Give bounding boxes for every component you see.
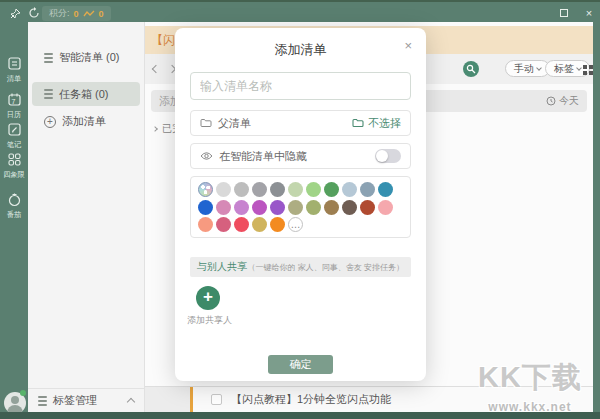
color-swatch[interactable] [306,182,321,197]
share-hint: （一键给你的 家人、同事、舍友 安排任务） [248,262,404,273]
color-swatch[interactable] [288,200,303,215]
color-swatch[interactable] [324,182,339,197]
color-swatch[interactable] [378,200,393,215]
inbox-icon [44,89,53,99]
calendar-icon: 7 [7,92,22,107]
tomato-icon [7,192,22,207]
add-list-modal: 添加清单 × 父清单 不选择 在智能清单中隐藏 … 与别人共享 （一键给你的 家… [175,28,426,381]
color-swatch[interactable] [306,200,321,215]
add-member-button[interactable]: + [196,286,220,310]
color-swatch[interactable] [252,200,267,215]
color-swatch[interactable] [270,200,285,215]
maximize-button[interactable] [556,5,572,21]
svg-text:7: 7 [11,98,15,105]
chevron-down-icon [576,65,582,71]
points-label: 积分: [49,7,70,20]
circle-plus-icon: + [44,116,56,128]
rail-item-label: 日历 [7,110,21,120]
watermark-logo: KK下载 [478,358,582,398]
quadrant-icon [7,152,22,167]
watermark-url: www.kkx.net [478,400,582,414]
folder-open-icon [352,118,364,128]
rail-item-pomodoro[interactable]: 番茄 [0,192,28,220]
toggle-knob [376,150,388,162]
sort-mode-button[interactable]: 手动 [505,60,550,77]
color-swatch[interactable] [342,182,357,197]
smart-list-icon [44,53,53,63]
avatar-head [11,396,19,404]
list-icon [7,56,22,71]
color-swatch[interactable] [288,182,303,197]
site-watermark: KK下载 www.kkx.net [478,358,582,414]
rail-item-notes[interactable]: 笔记 [0,122,28,150]
rail-item-label: 番茄 [7,210,21,220]
hide-in-smart-list-row[interactable]: 在智能清单中隐藏 [190,143,411,169]
color-swatch[interactable] [216,200,231,215]
chevron-down-icon [536,65,542,71]
collapse-chevron-icon[interactable] [127,398,135,406]
color-swatch[interactable] [360,200,375,215]
today-label: 今天 [559,94,579,108]
close-window-button[interactable]: × [581,5,597,21]
panel-item-add-list[interactable]: + 添加清单 [44,114,106,129]
search-button[interactable] [463,61,479,77]
color-swatch[interactable] [216,217,231,232]
color-swatch[interactable] [270,182,285,197]
color-swatch[interactable] [378,182,393,197]
avatar-status-badge [20,390,26,396]
hide-toggle[interactable] [375,149,401,163]
rail-item-calendar[interactable]: 7 日历 [0,92,28,120]
modal-close-icon[interactable]: × [404,38,412,53]
parent-list-row[interactable]: 父清单 不选择 [190,110,411,136]
color-swatch[interactable] [360,182,375,197]
task-checkbox[interactable] [211,394,222,405]
panel-item-smart-lists[interactable]: 智能清单 (0) [44,50,120,65]
rail-item-lists[interactable]: 清单 [0,56,28,84]
confirm-button[interactable]: 确定 [268,355,333,374]
list-name-input[interactable] [190,72,411,100]
due-today-control[interactable]: 今天 [546,94,579,108]
panel-item-label: 任务箱 (0) [59,87,109,102]
sort-mode-label: 手动 [514,62,534,76]
trend-icon [83,10,95,18]
modal-title: 添加清单 [175,41,426,59]
search-icon [466,64,476,74]
color-swatch[interactable] [234,217,249,232]
pin-icon[interactable] [8,6,22,20]
points-badge[interactable]: 积分: 0 0 [42,6,111,21]
right-window-edge [593,22,600,412]
tag-manage-label: 标签管理 [53,393,122,408]
color-swatch[interactable] [216,182,231,197]
panel-item-inbox[interactable]: 任务箱 (0) [32,82,140,106]
sync-refresh-icon[interactable] [27,6,41,20]
expand-chevron-icon [152,126,158,132]
color-swatch[interactable] [252,182,267,197]
color-swatch[interactable] [198,200,213,215]
rail-item-quadrant[interactable]: 四象限 [0,152,28,180]
panel-item-label: 添加清单 [62,114,106,129]
color-swatch[interactable] [324,200,339,215]
points-value: 0 [74,9,79,19]
color-swatch[interactable] [234,182,249,197]
color-swatch[interactable] [234,200,249,215]
back-arrow-icon[interactable] [150,63,162,75]
color-swatch[interactable] [252,217,267,232]
color-swatch[interactable] [198,217,213,232]
trend-value: 0 [99,9,104,19]
color-palette: … [190,176,411,238]
color-swatch[interactable] [270,217,285,232]
parent-list-label: 父清单 [218,116,352,131]
clock-icon [546,96,556,106]
panel-item-label: 智能清单 (0) [59,50,120,65]
tag-manage-row[interactable]: 标签管理 [28,388,144,412]
hide-label: 在智能清单中隐藏 [219,149,375,164]
note-icon [7,122,22,137]
parent-list-value[interactable]: 不选择 [352,116,401,131]
more-colors-button[interactable]: … [288,217,303,232]
app-window: 积分: 0 0 × 清单 7 日历 笔记 四象限 番茄 [0,0,600,419]
color-swatch[interactable] [342,200,357,215]
custom-color-swatch[interactable] [198,182,213,197]
eye-icon [200,151,213,161]
task-title: 【闪点教程】1分钟全览闪点功能 [231,392,391,407]
add-member-label: 添加共享人 [187,314,232,327]
